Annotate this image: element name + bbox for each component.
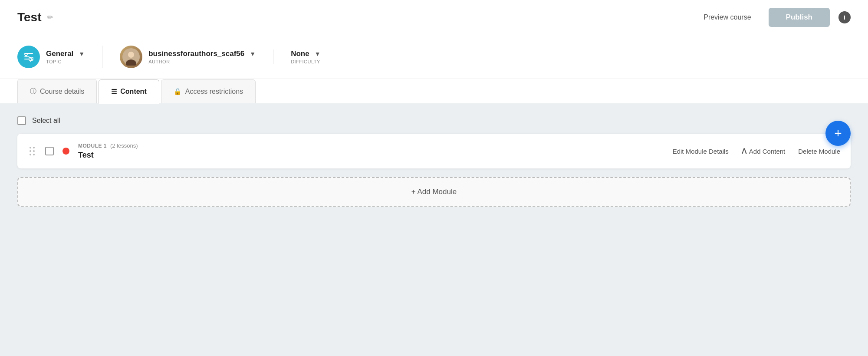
edit-module-details-button[interactable]: Edit Module Details <box>673 148 729 155</box>
antml-icon: Ʌ <box>742 147 746 155</box>
topic-text: General ▼ TOPIC <box>46 49 85 64</box>
difficulty-text: None ▼ DIFFICULTY <box>291 49 320 64</box>
tab-access-restrictions[interactable]: 🔒 Access restrictions <box>161 79 256 103</box>
select-all-row: Select all <box>17 116 851 125</box>
module-tag: MODULE 1 <box>78 143 107 149</box>
difficulty-value: None <box>291 49 309 58</box>
add-content-button[interactable]: Ʌ Add Content <box>742 147 785 155</box>
topic-icon <box>17 46 40 68</box>
module-actions: Edit Module Details Ʌ Add Content Delete… <box>673 147 840 155</box>
topic-value: General <box>46 49 73 58</box>
difficulty-meta-item: None ▼ DIFFICULTY <box>273 49 338 64</box>
drag-dot <box>33 154 35 155</box>
module-info: MODULE 1 (2 lessons) Test <box>78 142 664 160</box>
edit-title-icon[interactable]: ✏ <box>47 13 53 22</box>
tab-course-details[interactable]: ⓘ Course details <box>17 79 97 103</box>
topic-meta-item: General ▼ TOPIC <box>17 46 102 68</box>
tab-course-details-label: Course details <box>40 88 84 96</box>
author-avatar <box>120 46 142 68</box>
meta-row: General ▼ TOPIC businessforauthors_scaf5… <box>0 35 868 79</box>
header-left: Test ✏ <box>17 10 53 24</box>
tab-access-restrictions-label: Access restrictions <box>185 88 243 96</box>
header-right: Preview course Publish i <box>695 8 851 27</box>
select-all-checkbox[interactable] <box>17 116 26 125</box>
module-header-row: MODULE 1 (2 lessons) <box>78 142 664 149</box>
content-icon: ☰ <box>111 88 117 96</box>
drag-dot <box>30 150 31 152</box>
page-title: Test <box>17 10 42 24</box>
drag-dot <box>30 147 31 148</box>
drag-dot <box>30 154 31 155</box>
drag-dots-row-3 <box>30 154 35 155</box>
header: Test ✏ Preview course Publish i <box>0 0 868 35</box>
author-avatar-img <box>120 46 142 68</box>
fab-add-button[interactable]: + <box>825 121 851 146</box>
drag-dots-row-1 <box>30 147 35 148</box>
drag-dots-row-2 <box>30 150 35 152</box>
author-text: businessforauthors_scaf56 ▼ AUTHOR <box>148 49 256 64</box>
select-all-label: Select all <box>32 117 60 125</box>
difficulty-label: DIFFICULTY <box>291 59 320 64</box>
module-status-indicator <box>62 148 69 155</box>
svg-point-2 <box>128 52 134 58</box>
tab-content-label: Content <box>120 88 146 96</box>
add-module-button[interactable]: + Add Module <box>17 177 851 207</box>
topic-label: TOPIC <box>46 59 85 64</box>
drag-handle[interactable] <box>28 145 36 157</box>
author-label: AUTHOR <box>148 59 256 64</box>
module-checkbox[interactable] <box>45 147 54 155</box>
module-name: Test <box>78 151 664 160</box>
content-area: + Select all MODULE 1 (2 les <box>0 103 868 356</box>
delete-module-button[interactable]: Delete Module <box>798 148 840 155</box>
publish-button[interactable]: Publish <box>769 8 830 27</box>
module-lessons: (2 lessons) <box>110 142 138 149</box>
course-details-icon: ⓘ <box>30 87 36 96</box>
tabs-row: ⓘ Course details ☰ Content 🔒 Access rest… <box>0 79 868 103</box>
preview-course-button[interactable]: Preview course <box>695 9 760 26</box>
difficulty-dropdown-arrow[interactable]: ▼ <box>315 50 321 57</box>
drag-dot <box>33 150 35 152</box>
topic-dropdown-arrow[interactable]: ▼ <box>79 50 85 57</box>
lock-icon: 🔒 <box>174 88 182 96</box>
drag-dot <box>33 147 35 148</box>
author-value: businessforauthors_scaf56 <box>148 49 244 58</box>
author-meta-item: businessforauthors_scaf56 ▼ AUTHOR <box>102 46 273 68</box>
info-icon[interactable]: i <box>838 11 851 23</box>
module-card: MODULE 1 (2 lessons) Test Edit Module De… <box>17 134 851 168</box>
add-content-label: Add Content <box>749 148 785 155</box>
tab-content[interactable]: ☰ Content <box>99 79 159 103</box>
author-dropdown-arrow[interactable]: ▼ <box>250 50 256 57</box>
